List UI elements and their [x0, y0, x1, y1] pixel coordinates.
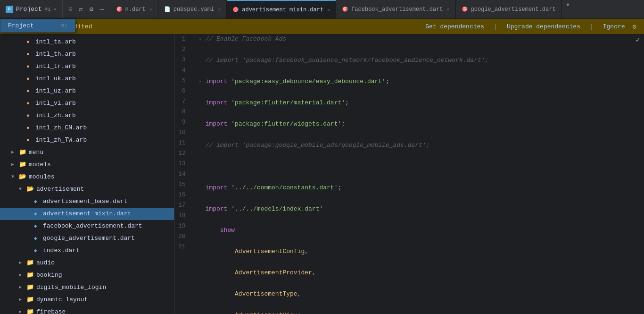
code-line-3: ▾import 'package:easy_debounce/easy_debo… — [199, 76, 636, 87]
folder-label: modules — [29, 172, 55, 182]
tab-pubspec-yaml[interactable]: 📄 pubspec.yaml ✕ — [158, 0, 227, 18]
sidebar-item-audio[interactable]: ▶ 📁 audio — [0, 257, 174, 269]
tab-advertisement-mixin[interactable]: 🎯 advertisement_mixin.dart ✕ — [227, 0, 336, 18]
tab-overflow-button[interactable]: ▾ — [562, 0, 574, 18]
line-numbers: 1 2 3 4 5 6 7 8 9 10 11 12 13 14 15 16 1… — [174, 34, 191, 314]
tab-n-dart[interactable]: 🎯 n.dart ✕ — [110, 0, 158, 18]
collapse-arrow-icon: ▶ — [19, 295, 25, 305]
folder-label: booking — [36, 270, 62, 280]
list-item[interactable]: ◆ index.dart — [0, 245, 174, 257]
get-dependencies-button[interactable]: Get dependencies — [421, 22, 488, 31]
layout-icon[interactable]: ≡ — [66, 4, 74, 15]
file-label: advertisement_base.dart — [43, 196, 127, 207]
project-menu-overlay: Project ⌘1 — [0, 19, 75, 33]
code-line-14: AdvertisementView; — [199, 310, 636, 314]
code-line-7 — [199, 161, 636, 172]
folder-label: dynamic_layout — [36, 295, 88, 305]
tab-google-advertisement[interactable]: 🎯 google_advertisement.dart — [456, 0, 562, 18]
list-item[interactable]: ◆ advertisement_base.dart — [0, 195, 174, 208]
list-item[interactable]: ● intl_tr.arb — [0, 60, 174, 73]
project-label[interactable]: P Project ⌘1 ▾ — [0, 0, 63, 18]
tab-close-icon[interactable]: ✕ — [327, 7, 330, 13]
tab-dart-icon: 🎯 — [232, 7, 239, 13]
arb-file-icon: ● — [26, 74, 33, 84]
code-container[interactable]: 1 2 3 4 5 6 7 8 9 10 11 12 13 14 15 16 1… — [174, 34, 644, 314]
fold-icon — [199, 289, 206, 300]
tab-dart-icon: 🎯 — [342, 6, 348, 12]
tabs-area: 🎯 n.dart ✕ 📄 pubspec.yaml ✕ 🎯 advertisem… — [110, 0, 644, 18]
sidebar-item-menu[interactable]: ▶ 📁 menu — [0, 146, 174, 159]
arb-file-icon: ● — [26, 135, 33, 145]
editor-area: ✓ 1 2 3 4 5 6 7 8 9 10 11 12 13 14 15 16… — [174, 34, 644, 314]
arb-file-icon: ● — [26, 37, 33, 47]
upgrade-dependencies-button[interactable]: Upgrade dependencies — [503, 22, 584, 31]
fold-icon — [199, 226, 206, 236]
code-line-9: import '../../models/index.dart' — [199, 204, 636, 215]
folder-open-icon: 📂 — [26, 184, 34, 195]
separator2: | — [590, 23, 594, 30]
folder-icon: 📁 — [26, 295, 34, 305]
sidebar-item-dynamic-layout[interactable]: ▶ 📁 dynamic_layout — [0, 294, 174, 306]
sidebar-item-advertisement[interactable]: ▼ 📂 advertisement — [0, 183, 174, 195]
project-shortcut: ⌘1 — [45, 6, 51, 12]
expand-arrow-icon: ▼ — [19, 184, 25, 195]
dropdown-arrow-icon: ▾ — [54, 7, 57, 12]
list-item[interactable]: ● intl_th.arb — [0, 48, 174, 60]
sidebar-item-models[interactable]: ▶ 📁 models — [0, 159, 174, 171]
file-label: intl_th.arb — [35, 49, 76, 59]
arb-file-icon: ● — [26, 86, 33, 96]
toolbar-icons: ≡ ⇄ ⚙ — — [63, 0, 110, 18]
fold-icon[interactable]: ▾ — [199, 34, 206, 45]
sidebar[interactable]: ● intl_ta.arb ● intl_th.arb ● intl_tr.ar… — [0, 34, 174, 314]
list-item[interactable]: ◆ facebook_advertisement.dart — [0, 220, 174, 232]
list-item[interactable]: ● intl_uk.arb — [0, 73, 174, 85]
code-line-13: AdvertisementType, — [199, 289, 636, 300]
sidebar-item-booking[interactable]: ▶ 📁 booking — [0, 269, 174, 281]
collapse-arrow-icon: ▶ — [19, 270, 25, 280]
minimize-icon[interactable]: — — [98, 4, 106, 15]
tab-close-icon[interactable]: ✕ — [447, 7, 450, 12]
fold-icon — [199, 204, 206, 215]
arb-file-icon: ● — [26, 123, 33, 133]
tab-close-icon[interactable]: ✕ — [218, 7, 221, 12]
fold-icon — [199, 119, 206, 130]
folder-label: audio — [36, 258, 55, 268]
tab-dart-icon: 🎯 — [462, 6, 468, 12]
dart-file-icon: ◆ — [34, 233, 41, 244]
sidebar-item-modules[interactable]: ▼ 📂 modules — [0, 171, 174, 183]
project-menu-item-project[interactable]: Project ⌘1 — [0, 19, 75, 32]
tab-facebook-advertisement[interactable]: 🎯 facebook_advertisement.dart ✕ — [336, 0, 455, 18]
list-item[interactable]: ● intl_zh.arb — [0, 110, 174, 122]
tab-label: facebook_advertisement.dart — [351, 6, 443, 13]
fold-icon — [199, 98, 206, 109]
list-item[interactable]: ● intl_vi.arb — [0, 97, 174, 110]
folder-label: menu — [29, 147, 43, 158]
tab-close-icon[interactable]: ✕ — [149, 7, 152, 12]
ignore-button[interactable]: Ignore — [599, 22, 629, 31]
fold-icon — [199, 56, 206, 66]
fold-icon — [199, 141, 206, 151]
code-editor[interactable]: ▾// Enable Facebook Ads // import 'packa… — [191, 34, 644, 314]
tab-label: pubspec.yaml — [173, 6, 214, 13]
folder-icon: 📁 — [26, 282, 34, 293]
sidebar-item-firebase[interactable]: ▶ 📁 firebase — [0, 306, 174, 314]
list-item[interactable]: ● intl_zh_CN.arb — [0, 122, 174, 134]
list-item[interactable]: ● intl_ta.arb — [0, 36, 174, 48]
list-item[interactable]: ◆ google_advertisement.dart — [0, 232, 174, 245]
project-icon: P — [6, 6, 13, 13]
code-line-2: // import 'package:facebook_audience_net… — [199, 55, 636, 66]
fold-icon[interactable]: ▾ — [199, 77, 206, 87]
list-item-selected[interactable]: ◆ advertisement_mixin.dart — [0, 208, 174, 220]
list-item[interactable]: ● intl_zh_TW.arb — [0, 134, 174, 146]
dart-file-icon: ◆ — [34, 196, 41, 207]
project-menu-shortcut: ⌘1 — [61, 23, 67, 29]
file-label: index.dart — [43, 246, 80, 256]
list-item[interactable]: ● intl_uz.arb — [0, 85, 174, 97]
code-line-6: // import 'package:google_mobile_ads/goo… — [199, 140, 636, 151]
sidebar-item-digits-mobile-login[interactable]: ▶ 📁 digits_mobile_login — [0, 281, 174, 294]
notification-gear-icon[interactable]: ⚙ — [633, 23, 636, 31]
file-label: intl_zh.arb — [35, 110, 76, 121]
split-icon[interactable]: ⇄ — [77, 3, 84, 15]
top-bar: P Project ⌘1 ▾ Project ⌘1 ≡ ⇄ ⚙ — 🎯 n.da… — [0, 0, 644, 19]
settings-icon[interactable]: ⚙ — [88, 3, 95, 15]
